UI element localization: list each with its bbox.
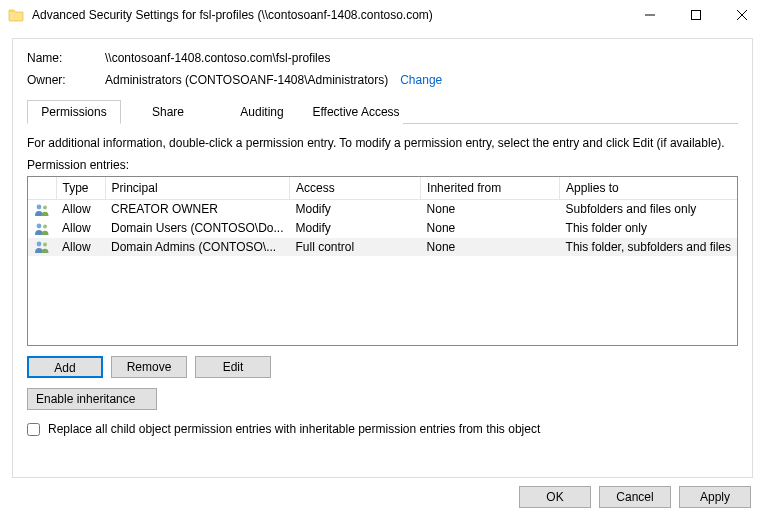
add-button[interactable]: Add xyxy=(27,356,103,378)
change-owner-link[interactable]: Change xyxy=(400,73,442,87)
cancel-button[interactable]: Cancel xyxy=(599,486,671,508)
table-row[interactable]: AllowCREATOR OWNERModifyNoneSubfolders a… xyxy=(28,200,737,219)
cell-inherited: None xyxy=(421,200,560,219)
cell-access: Modify xyxy=(290,219,421,238)
svg-point-6 xyxy=(37,223,42,228)
header-principal[interactable]: Principal xyxy=(105,177,289,200)
cell-principal: CREATOR OWNER xyxy=(105,200,289,219)
header-icon[interactable] xyxy=(28,177,56,200)
apply-button[interactable]: Apply xyxy=(679,486,751,508)
permission-table: Type Principal Access Inherited from App… xyxy=(27,176,738,346)
svg-point-5 xyxy=(43,205,47,209)
info-text: For additional information, double-click… xyxy=(27,136,738,150)
tab-effective-access[interactable]: Effective Access xyxy=(309,100,403,124)
name-row: Name: \\contosoanf-1408.contoso.com\fsl-… xyxy=(27,51,738,65)
inheritance-row: Enable inheritance xyxy=(27,388,738,410)
cell-principal: Domain Users (CONTOSO\Do... xyxy=(105,219,289,238)
edit-button[interactable]: Edit xyxy=(195,356,271,378)
owner-row: Owner: Administrators (CONTOSOANF-1408\A… xyxy=(27,73,738,87)
cell-applies: This folder, subfolders and files xyxy=(560,238,737,257)
content-pane: Name: \\contosoanf-1408.contoso.com\fsl-… xyxy=(12,38,753,478)
tab-share[interactable]: Share xyxy=(121,100,215,124)
tab-permissions[interactable]: Permissions xyxy=(27,100,121,124)
header-access[interactable]: Access xyxy=(290,177,421,200)
titlebar: Advanced Security Settings for fsl-profi… xyxy=(0,0,765,30)
svg-point-8 xyxy=(37,242,42,247)
cell-inherited: None xyxy=(421,219,560,238)
table-row[interactable]: AllowDomain Users (CONTOSO\Do...ModifyNo… xyxy=(28,219,737,238)
window-title: Advanced Security Settings for fsl-profi… xyxy=(32,8,627,22)
tab-auditing[interactable]: Auditing xyxy=(215,100,309,124)
cell-access: Modify xyxy=(290,200,421,219)
svg-rect-1 xyxy=(692,11,701,20)
folder-icon xyxy=(8,7,24,23)
tab-bar: Permissions Share Auditing Effective Acc… xyxy=(27,99,738,124)
header-applies[interactable]: Applies to xyxy=(560,177,737,200)
table-row[interactable]: AllowDomain Admins (CONTOSO\...Full cont… xyxy=(28,238,737,257)
cell-type: Allow xyxy=(56,238,105,257)
cell-type: Allow xyxy=(56,219,105,238)
name-value: \\contosoanf-1408.contoso.com\fsl-profil… xyxy=(105,51,330,65)
minimize-button[interactable] xyxy=(627,0,673,30)
owner-value: Administrators (CONTOSOANF-1408\Administ… xyxy=(105,73,388,87)
ok-button[interactable]: OK xyxy=(519,486,591,508)
svg-point-9 xyxy=(43,243,47,247)
cell-principal: Domain Admins (CONTOSO\... xyxy=(105,238,289,257)
cell-type: Allow xyxy=(56,200,105,219)
users-icon xyxy=(34,222,50,236)
header-inherited[interactable]: Inherited from xyxy=(421,177,560,200)
header-type[interactable]: Type xyxy=(56,177,105,200)
replace-checkbox[interactable] xyxy=(27,423,40,436)
close-button[interactable] xyxy=(719,0,765,30)
cell-inherited: None xyxy=(421,238,560,257)
replace-checkbox-label: Replace all child object permission entr… xyxy=(48,422,540,436)
replace-checkbox-row: Replace all child object permission entr… xyxy=(27,422,738,436)
svg-point-4 xyxy=(37,204,42,209)
users-icon xyxy=(34,240,50,254)
remove-button[interactable]: Remove xyxy=(111,356,187,378)
name-label: Name: xyxy=(27,51,105,65)
users-icon xyxy=(34,203,50,217)
cell-applies: This folder only xyxy=(560,219,737,238)
dialog-footer: OK Cancel Apply xyxy=(0,486,765,518)
enable-inheritance-button[interactable]: Enable inheritance xyxy=(27,388,157,410)
maximize-button[interactable] xyxy=(673,0,719,30)
cell-applies: Subfolders and files only xyxy=(560,200,737,219)
window-controls xyxy=(627,0,765,30)
cell-access: Full control xyxy=(290,238,421,257)
owner-label: Owner: xyxy=(27,73,105,87)
permission-buttons: Add Remove Edit xyxy=(27,356,738,378)
table-header-row: Type Principal Access Inherited from App… xyxy=(28,177,737,200)
svg-point-7 xyxy=(43,224,47,228)
entries-label: Permission entries: xyxy=(27,158,738,172)
